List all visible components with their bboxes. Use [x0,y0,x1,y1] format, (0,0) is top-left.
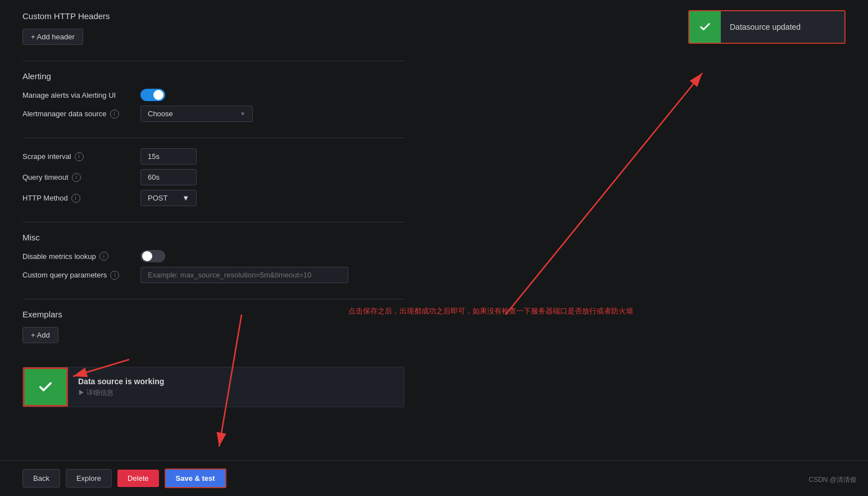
exemplars-section: Exemplars + Add [22,310,405,351]
http-method-label: HTTP Method i [22,194,140,203]
chevron-down-icon: ▼ [240,111,246,117]
misc-section: Misc Disable metrics lookup i Custom que… [22,233,405,283]
divider-3 [22,222,405,222]
status-working-text: Data source is working [78,377,164,386]
disable-metrics-label: Disable metrics lookup i [22,252,140,261]
alerting-section: Alerting Manage alerts via Alerting UI A… [22,71,405,122]
annotation-text: 点击保存之后，出现都成功之后即可，如果没有检查一下服务器端口是否放行或者防火墙 [348,306,633,316]
disable-metrics-row: Disable metrics lookup i [22,250,405,262]
status-banner: Data source is working ▶ 详细信息 [22,367,405,407]
status-text-area: Data source is working ▶ 详细信息 [68,369,174,406]
delete-button[interactable]: Delete [117,470,159,487]
scrape-interval-label: Scrape interval i [22,152,140,161]
divider-1 [22,61,405,61]
divider-4 [22,299,405,299]
exemplars-title: Exemplars [22,310,405,319]
config-section: Scrape interval i Query timeout i HTTP M… [22,148,405,206]
http-method-chevron-icon: ▼ [182,194,189,202]
custom-query-input[interactable] [140,267,348,283]
add-exemplar-button[interactable]: + Add [22,327,58,343]
disable-metrics-toggle-knob [142,251,152,261]
disable-metrics-info-icon[interactable]: i [99,252,108,261]
status-detail-link[interactable]: ▶ 详细信息 [78,388,164,398]
back-button[interactable]: Back [22,469,60,488]
query-timeout-row: Query timeout i [22,169,405,185]
alertmanager-dropdown[interactable]: Choose ▼ [140,106,253,122]
custom-query-info-icon[interactable]: i [110,271,119,280]
notification-text: Datasource updated [721,22,810,31]
misc-title: Misc [22,233,405,242]
scrape-interval-row: Scrape interval i [22,148,405,165]
alerting-title: Alerting [22,71,405,81]
disable-metrics-toggle[interactable] [140,250,165,262]
alertmanager-info-icon[interactable]: i [110,110,119,119]
query-timeout-info-icon[interactable]: i [72,173,81,182]
notification-checkmark-icon [699,21,711,33]
notification-toast: Datasource updated [688,10,846,44]
query-timeout-label: Query timeout i [22,173,140,182]
http-method-dropdown[interactable]: POST ▼ [140,190,197,206]
svg-line-1 [506,73,702,315]
bottom-toolbar: Back Explore Delete Save & test [0,460,868,496]
custom-http-headers-section: Custom HTTP Headers + Add header [22,11,405,45]
custom-query-label: Custom query parameters i [22,271,140,280]
checkmark-icon [38,379,53,395]
http-method-row: HTTP Method i POST ▼ [22,190,405,206]
alertmanager-label: Alertmanager data source i [22,110,140,119]
save-test-button[interactable]: Save & test [165,468,226,488]
manage-alerts-row: Manage alerts via Alerting UI [22,89,405,101]
notification-icon-box [689,11,721,43]
toggle-knob [153,90,163,100]
custom-http-headers-title: Custom HTTP Headers [22,11,405,21]
http-method-info-icon[interactable]: i [71,194,80,203]
status-icon-box [23,367,68,407]
add-header-button[interactable]: + Add header [22,29,83,45]
watermark: CSDN @清清俊 [808,475,857,485]
custom-query-row: Custom query parameters i [22,267,405,283]
explore-button[interactable]: Explore [66,469,112,488]
manage-alerts-label: Manage alerts via Alerting UI [22,91,140,99]
divider-2 [22,138,405,138]
scrape-interval-info-icon[interactable]: i [75,152,84,161]
alertmanager-row: Alertmanager data source i Choose ▼ [22,106,405,122]
scrape-interval-input[interactable] [140,148,197,165]
query-timeout-input[interactable] [140,169,197,185]
manage-alerts-toggle[interactable] [140,89,165,101]
